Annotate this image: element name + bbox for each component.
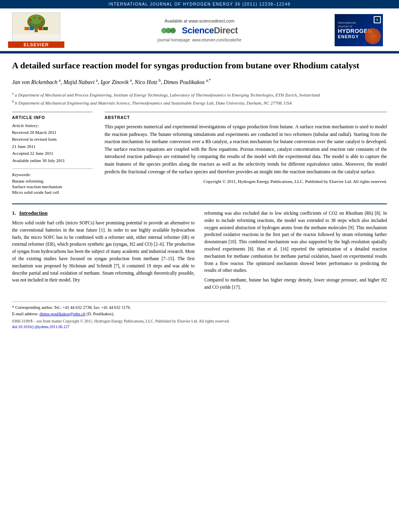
footnote-doi: doi:10.1016/j.ijhydene.2011.06.127: [12, 324, 387, 330]
available-text: Available at www.sciencedirect.com: [72, 18, 327, 23]
header-area: ELSEVIER Available at www.sciencedirect.…: [0, 8, 399, 52]
keyword-2: Surface reaction mechanism: [12, 184, 93, 189]
accepted-date: Accepted 22 June 2011: [12, 150, 93, 156]
footnote-copyright: 0360-3199/$ – see front matter Copyright…: [12, 318, 387, 324]
footnote-area: * Corresponding author. Tel.: +41 44 632…: [12, 302, 387, 330]
journal-bar: INTERNATIONAL JOURNAL OF HYDROGEN ENERGY…: [0, 0, 399, 8]
article-info-abstract-section: ARTICLE INFO Article history: Received 2…: [12, 112, 387, 195]
svg-point-6: [39, 17, 41, 20]
email-label: E-mail address:: [12, 312, 39, 316]
sciencedirect-logo: ScienceDirect: [72, 25, 327, 36]
abstract-copyright: Copyright © 2011, Hydrogen Energy Public…: [105, 179, 387, 185]
elsevier-logo: ELSEVIER: [8, 12, 64, 48]
header-left: ELSEVIER: [8, 12, 64, 48]
body-col-right: reforming was also excluded due to low s…: [204, 210, 387, 294]
sd-text: ScienceDirect: [182, 25, 238, 36]
revised-date: 21 June 2011: [12, 144, 93, 150]
elsevier-image: [12, 12, 60, 41]
footnote-corresponding: * Corresponding author. Tel.: +41 44 632…: [12, 304, 387, 311]
keyword-3: Micro solid oxide fuel cell: [12, 190, 93, 195]
he-journal-of: Journal of: [338, 25, 352, 28]
header-right: International Journal of HYDROGEN ENERGY…: [335, 14, 391, 46]
footnote-email-line: E-mail address: dimos.poulikakos@ethz.ch…: [12, 311, 387, 317]
svg-point-7: [41, 21, 43, 23]
keywords-section: Keywords: Butane reforming Surface react…: [12, 168, 93, 195]
doi-text: doi:10.1016/j.ijhydene.2011.06.127: [12, 325, 70, 329]
received-revised-label: Received in revised form: [12, 136, 93, 142]
svg-point-5: [34, 17, 35, 18]
svg-rect-9: [30, 27, 34, 30]
body-col-left: 1.Introduction Micro solid oxide fuel ce…: [12, 210, 195, 294]
journal-bar-text: INTERNATIONAL JOURNAL OF HYDROGEN ENERGY…: [109, 2, 291, 6]
paper-title: A detailed surface reaction model for sy…: [12, 60, 387, 72]
he-cover-circle: [365, 28, 381, 44]
elsevier-text: ELSEVIER: [8, 41, 64, 48]
affil-b: b b Department of Mechanical Engineering…: [12, 99, 387, 106]
svg-point-4: [29, 19, 32, 21]
affil-a: a a Department of Mechanical and Process…: [12, 91, 387, 98]
svg-rect-8: [25, 27, 29, 30]
abstract-heading: ABSTRACT: [105, 115, 387, 120]
section-heading: 1.Introduction: [12, 210, 195, 216]
he-energy: ENERGY: [338, 34, 359, 39]
available-online-date: Available online 30 July 2011: [12, 158, 93, 164]
he-intl: International: [338, 21, 356, 24]
received-date: Received 20 March 2011: [12, 129, 93, 136]
svg-rect-10: [39, 27, 43, 30]
intro-section: 1.Introduction Micro solid oxide fuel ce…: [12, 203, 387, 294]
affiliations: a a Department of Mechanical and Process…: [12, 91, 387, 106]
section-title: Introduction: [19, 210, 48, 216]
sd-circles: [161, 28, 180, 33]
sd-circle-3: [170, 28, 176, 33]
intro-col1-text: Micro solid oxide fuel cells (micro SOFC…: [12, 220, 195, 284]
intro-col2-p2: Compared to methane, butane has higher e…: [204, 277, 387, 291]
header-center: Available at www.sciencedirect.com Scien…: [64, 18, 335, 42]
he-small-logo: E: [374, 16, 381, 23]
main-content: A detailed surface reaction model for sy…: [0, 53, 399, 338]
footnote-email[interactable]: dimos.poulikakos@ethz.ch: [39, 312, 85, 316]
abstract-text: This paper presents numerical and experi…: [105, 123, 387, 175]
keywords-label: Keywords:: [12, 172, 93, 177]
article-info-col: ARTICLE INFO Article history: Received 2…: [12, 112, 93, 195]
svg-rect-11: [43, 27, 48, 30]
authors-line: Jan von Rickenbach a, Majid Nabavi a, Ig…: [12, 77, 387, 87]
article-info-heading: ARTICLE INFO: [12, 115, 93, 120]
abstract-col: ABSTRACT This paper presents numerical a…: [105, 112, 387, 195]
intro-col2-p1: reforming was also excluded due to low s…: [204, 210, 387, 274]
journal-homepage: journal homepage: www.elsevier.com/locat…: [72, 38, 327, 42]
two-col-body: 1.Introduction Micro solid oxide fuel ce…: [12, 210, 387, 294]
section-number: 1.: [12, 210, 16, 216]
history-label: Article history:: [12, 123, 93, 128]
he-cover: International Journal of HYDROGEN ENERGY…: [335, 14, 383, 46]
footnote-email-note: (D. Poulikakos).: [86, 312, 114, 316]
keyword-1: Butane reforming: [12, 179, 93, 183]
